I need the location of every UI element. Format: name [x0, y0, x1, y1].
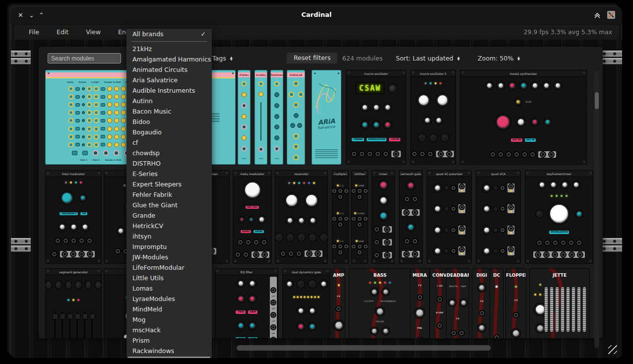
module-preview-tidal-modulator[interactable]: tidal modulatorFREQUENCYFM [46, 171, 101, 263]
menu-item-bidoo[interactable]: Bidoo [127, 117, 212, 127]
menu-item-lyraemodules[interactable]: LyraeModules [127, 294, 212, 304]
chip: FM [80, 212, 87, 216]
menu-item-cf[interactable]: cf [127, 137, 212, 148]
module-preview-rotatoes[interactable]: Rotatoes Aria [271, 70, 283, 164]
module-preview-modal-synthesizer[interactable]: modal synthesizerPLAYEXT INEXT IN [460, 70, 586, 164]
menu-item-distrho[interactable]: DISTRHO [127, 158, 212, 169]
module-preview-segment-generator[interactable]: segment generator [46, 269, 101, 338]
module-preview-quad-vca[interactable]: quad VCA [476, 171, 520, 263]
module-preview-undular[interactable]: UnDuLaR [287, 70, 305, 164]
module-preview-mera[interactable]: MERA CVPRE [410, 269, 429, 338]
menu-item-mindmeld[interactable]: MindMeld [127, 304, 212, 314]
menu-item-expert-sleepers[interactable]: Expert Sleepers [127, 179, 212, 189]
menu-item-rackwindows[interactable]: Rackwindows [127, 346, 212, 356]
module-preview-multiples[interactable]: multiples 1:1 2:1 1:1 [332, 171, 348, 263]
module-preview-bass[interactable]: BASS CUTOFF RESONANCEDECAYENVMOD ACCENTA… [349, 269, 411, 338]
jk [451, 331, 456, 335]
menu-item-21khz[interactable]: 21kHz [127, 44, 212, 54]
module-preview-macro-oscillator[interactable]: macro oscillatorCSAWTIMBREMODULATIONCOLO… [346, 70, 406, 164]
menu-item-label: Bogaudio [132, 127, 162, 137]
menu-item-impromptu[interactable]: Impromptu [127, 242, 212, 252]
module-preview-macro-oscillator-2[interactable]: macro oscillator 2 [411, 70, 455, 164]
menu-item-amalgamated-harmonics[interactable]: Amalgamated Harmonics [127, 54, 212, 64]
menu-item-fehler-fabrik[interactable]: Fehler Fabrik [127, 189, 212, 200]
module-preview-aria-splash[interactable]: ♥♥ ARiA Salvatrice [312, 70, 341, 164]
menu-item-hetrickcv[interactable]: HetrickCV [127, 221, 212, 231]
menu-item-lifeformmodular[interactable]: LifeFormModular [127, 262, 212, 273]
decor: Aria [275, 157, 279, 160]
menu-item-bacon-music[interactable]: Bacon Music [127, 106, 212, 117]
module-preview-eq-filter[interactable]: EQ filterFREQGAINFREQGAINHPBPLPHPBP [215, 269, 278, 338]
module-preview-amp[interactable]: AMP CVIN [332, 269, 345, 338]
chip: EXT IN [525, 138, 536, 142]
menu-item-ihtsyn[interactable]: ihtsyn [127, 231, 212, 242]
module-preview-meta-modulator[interactable]: meta modulatorINT. OSCLEVELLEVEL [233, 171, 271, 263]
vertical-scrollbar-thumb[interactable] [595, 92, 599, 109]
module-preview-bernoulli-gate[interactable]: bernoulli gate [399, 171, 422, 263]
led [337, 212, 339, 214]
yring [94, 110, 99, 115]
kn [85, 281, 91, 289]
scrw [47, 172, 49, 174]
kn [297, 323, 305, 330]
menu-edit[interactable]: Edit [57, 25, 68, 36]
module-preview-deadband[interactable]: DEADBAND WIDTH GAPCV [446, 269, 469, 338]
menu-view[interactable]: View [86, 25, 101, 36]
menu-item-chowdsp[interactable]: chowdsp [127, 148, 212, 158]
jk [71, 239, 76, 243]
module-preview-quad-vc-polarizer[interactable]: quad VC-polarizer [427, 171, 471, 263]
menu-item-label: LyraeModules [132, 294, 175, 304]
pring [274, 146, 279, 151]
ln [446, 299, 469, 306]
yring [298, 92, 304, 97]
menu-file[interactable]: File [29, 25, 39, 36]
vertical-scrollbar[interactable] [594, 70, 599, 348]
scrw [216, 270, 219, 272]
kn [478, 284, 486, 292]
decor [315, 155, 338, 156]
module-preview-pokies[interactable]: Pokies Aria [238, 70, 250, 164]
menu-item-mog[interactable]: Mog [127, 314, 212, 325]
module-preview-keyframer-mixer[interactable]: keyframer/mixerMODULATION [525, 171, 593, 263]
module-preview-mixer[interactable]: mixer [372, 171, 394, 263]
module-preview-dc[interactable]: DC IN [490, 269, 503, 338]
menu-item-little-utils[interactable]: Little Utils [127, 273, 212, 283]
chip: GAIN [248, 310, 257, 314]
menu-item-mschack[interactable]: mscHack [127, 325, 212, 335]
module-preview-resonator[interactable]: resonator [275, 171, 327, 263]
jk [491, 152, 495, 157]
menu-item-autinn[interactable]: Autinn [127, 96, 212, 106]
kn [444, 228, 448, 232]
module-preview-flopper[interactable]: FLOPPER CV [506, 269, 526, 338]
menu-item-e-series[interactable]: E-Series [127, 169, 212, 179]
tlab: 1:1 [332, 240, 348, 243]
module-preview-dual-dynamics-gate[interactable]: dual dynamics gateLEVEL MODLEVEL MOD [283, 269, 330, 338]
module-preview-grabby[interactable]: Grabby Aria [255, 70, 267, 164]
menu-item-all-brands[interactable]: All brands ✓ [127, 29, 212, 39]
tdot [82, 111, 85, 114]
menu-item-aria-salvatrice[interactable]: Aria Salvatrice [127, 75, 212, 85]
jk [522, 152, 527, 157]
menu-item-lomas[interactable]: Lomas [127, 283, 212, 294]
resize-handle-icon[interactable] [608, 345, 617, 354]
menu-item-animated-circuits[interactable]: Animated Circuits [127, 64, 212, 75]
spring [582, 287, 586, 332]
menu-item-prism[interactable]: Prism [127, 335, 212, 346]
app-x-icon[interactable] [607, 11, 615, 19]
rollup-icon[interactable] [593, 11, 601, 19]
spring [544, 287, 548, 332]
jk [271, 313, 275, 317]
horizontal-scrollbar-thumb[interactable] [237, 345, 491, 351]
menu-item-glue-the-giant[interactable]: Glue the Giant [127, 200, 212, 210]
menu-item-audible-instruments[interactable]: Audible Instruments [127, 85, 212, 96]
ln [283, 323, 330, 330]
module-preview-jette[interactable]: JETTE INJECT [530, 269, 589, 338]
menu-item-jw-modules[interactable]: JW-Modules [127, 252, 212, 262]
menu-item-bogaudio[interactable]: Bogaudio [127, 127, 212, 137]
module-preview-utilities[interactable]: utilities SIGN LOGIC S&H [352, 171, 368, 263]
scrw [461, 71, 464, 74]
module-preview-digi[interactable]: DIGI CVANALOG [472, 269, 491, 338]
jk [569, 241, 573, 245]
menu-item-grande[interactable]: Grande [127, 210, 212, 221]
decor: Sample & Hold [104, 81, 121, 83]
